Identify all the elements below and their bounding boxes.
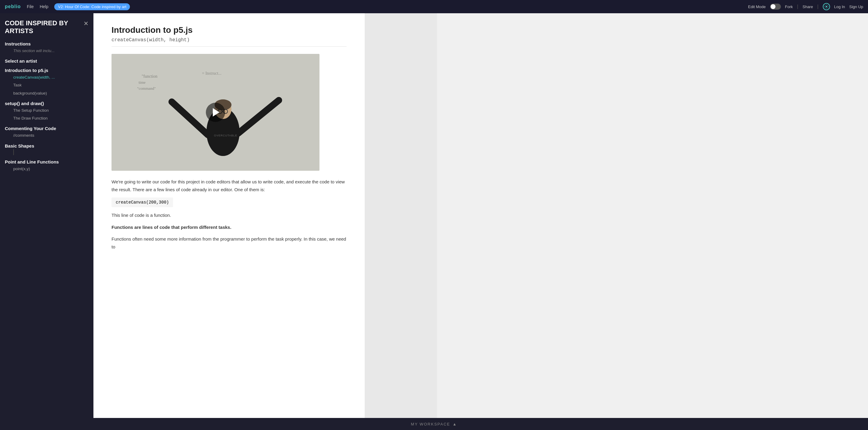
play-button[interactable]	[206, 103, 225, 122]
sidebar-item-point-xy[interactable]: point(x,y)	[5, 165, 89, 173]
nav-file[interactable]: File	[27, 4, 34, 9]
signup-link[interactable]: Sign Up	[849, 4, 863, 9]
body-text-1: We're going to write our code for this p…	[112, 178, 347, 193]
sidebar-close-button[interactable]: ✕	[84, 20, 89, 27]
svg-text:"function: "function	[142, 74, 157, 78]
video-player[interactable]: "function time "command" = Instruct...	[112, 54, 319, 171]
logo: peblio	[5, 4, 21, 9]
sidebar-item-draw-fn[interactable]: The Draw Function	[5, 114, 89, 122]
workspace-label: MY WORKSPACE	[411, 422, 450, 426]
svg-text:"command": "command"	[137, 86, 156, 91]
svg-text:OVERCUTABLE: OVERCUTABLE	[214, 134, 237, 137]
bold-text: Functions are lines of code that perform…	[112, 224, 347, 231]
sidebar-title: CODE INSPIRED BY ARTISTS	[5, 19, 77, 35]
page-subtitle: createCanvas(width, height)	[112, 37, 347, 47]
sidebar-item-background[interactable]: background(value)	[5, 90, 89, 97]
svg-point-0	[826, 6, 827, 7]
play-triangle-icon	[213, 108, 219, 117]
content-area: Introduction to p5.js createCanvas(width…	[93, 13, 365, 418]
settings-icon[interactable]	[823, 3, 830, 10]
sidebar-item-commenting[interactable]: Commenting Your Code	[5, 126, 89, 131]
page-title: Introduction to p5.js	[112, 25, 347, 35]
svg-text:time: time	[138, 80, 146, 85]
fork-link[interactable]: Fork	[785, 4, 793, 9]
sidebar-section-select-artist: Select an artist	[0, 56, 93, 65]
edit-mode-toggle[interactable]	[770, 4, 781, 10]
sidebar-item-setup-draw[interactable]: setup() and draw()	[5, 101, 89, 106]
sidebar-item-comments[interactable]: //comments	[5, 132, 89, 139]
sidebar-section-commenting: Commenting Your Code //comments	[0, 124, 93, 141]
sidebar-header: CODE INSPIRED BY ARTISTS ✕	[0, 13, 93, 39]
login-link[interactable]: Log In	[834, 4, 845, 9]
body-text-3: Functions often need some more informati…	[112, 235, 347, 251]
bottom-bar[interactable]: MY WORKSPACE ▲	[0, 418, 868, 430]
body-text-2: This line of code is a function.	[112, 211, 347, 219]
share-link[interactable]: Share	[803, 4, 813, 9]
code-block-createcanvas: createCanvas(200,300)	[112, 198, 173, 207]
sidebar-item-basic-shapes[interactable]: Basic Shapes	[5, 143, 89, 148]
sidebar: CODE INSPIRED BY ARTISTS ✕ Instructions …	[0, 13, 93, 418]
sidebar-section-point-line: Point and Line Functions point(x,y)	[0, 157, 93, 174]
version-pill[interactable]: V2: Hour Of Code: Code inspired by art	[54, 3, 130, 10]
workspace-caret-icon: ▲	[453, 422, 457, 426]
topbar-right: Edit Mode Fork | Share | Log In Sign Up	[748, 3, 863, 10]
sidebar-item-intro-p5[interactable]: Introduction to p5.js	[5, 68, 89, 73]
edit-mode-label: Edit Mode	[748, 4, 766, 9]
sidebar-item-task[interactable]: Task	[5, 81, 89, 89]
sidebar-item-instructions-sub[interactable]: This section will inclu...	[5, 47, 89, 55]
main-layout: CODE INSPIRED BY ARTISTS ✕ Instructions …	[0, 13, 868, 418]
sidebar-section-intro-p5: Introduction to p5.js createCanvas(width…	[0, 65, 93, 98]
svg-text:= Instruct...: = Instruct...	[202, 71, 221, 75]
sidebar-section-basic-shapes: Basic Shapes	[0, 141, 93, 157]
topbar: peblio File Help V2: Hour Of Code: Code …	[0, 0, 868, 13]
sidebar-item-setup-fn[interactable]: The Setup Function	[5, 107, 89, 114]
sidebar-divider	[13, 149, 14, 155]
nav-help[interactable]: Help	[40, 4, 49, 9]
sidebar-item-point-line[interactable]: Point and Line Functions	[5, 159, 89, 164]
sidebar-section-setup-draw: setup() and draw() The Setup Function Th…	[0, 98, 93, 124]
sidebar-item-select-artist[interactable]: Select an artist	[5, 58, 89, 64]
sidebar-section-instructions: Instructions This section will inclu...	[0, 39, 93, 56]
sidebar-item-createcanvas[interactable]: createCanvas(width, ...	[5, 73, 89, 81]
sidebar-item-instructions[interactable]: Instructions	[5, 41, 89, 46]
right-panel	[365, 13, 437, 418]
